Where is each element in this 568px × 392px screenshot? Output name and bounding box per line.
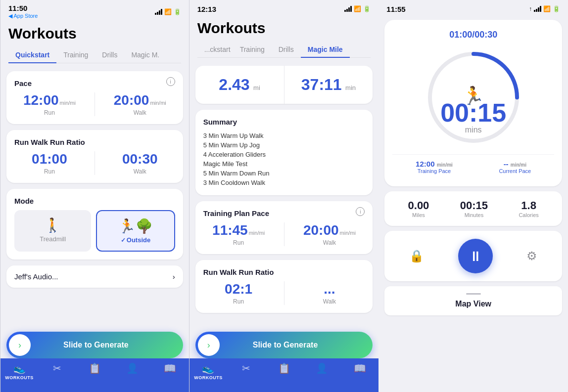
tab-drills-2[interactable]: Drills bbox=[272, 42, 301, 57]
nav-item-4-2[interactable]: 👤 bbox=[303, 362, 341, 374]
nav-item-4-1[interactable]: 👤 bbox=[113, 362, 151, 374]
status-time-2: 12:13 bbox=[197, 5, 216, 13]
timer-header: 01:00/00:30 bbox=[449, 30, 497, 40]
tab-quickstart[interactable]: Quickstart bbox=[8, 47, 56, 63]
slide-generate-btn-1[interactable]: › Slide to Generate bbox=[6, 332, 183, 358]
lock-icon[interactable]: 🔒 bbox=[409, 249, 424, 263]
map-view-bar[interactable]: Map View bbox=[384, 286, 562, 315]
summary-item-6: 3 Min Cooldown Walk bbox=[203, 178, 365, 187]
training-pace-value: 12:00 min/mi bbox=[416, 160, 453, 168]
stat-minutes-value: 00:15 bbox=[460, 199, 488, 212]
mode-options: 🚶 Treadmill 🏃🌳 ✓Outside bbox=[14, 210, 175, 252]
tp-run-label: Run bbox=[203, 239, 274, 246]
signal-icon-2 bbox=[344, 6, 352, 12]
nav-item-3-1[interactable]: 📋 bbox=[76, 362, 113, 374]
nav-item-5-2[interactable]: 📖 bbox=[341, 362, 379, 374]
stat-miles: 0.00 Miles bbox=[408, 199, 429, 218]
nav-book-icon-2: 📖 bbox=[354, 362, 366, 374]
stat-calories-label: Calories bbox=[519, 212, 538, 218]
nav-book-icon-1: 📖 bbox=[164, 362, 176, 374]
pause-icon: ⏸ bbox=[469, 248, 482, 264]
magic-time-value: 37:11 bbox=[301, 76, 342, 93]
slide-generate-btn-2[interactable]: › Slide to Generate bbox=[195, 332, 373, 358]
nav-item-2-2[interactable]: ✂ bbox=[227, 362, 265, 374]
magic-time: 37:11 min bbox=[284, 66, 373, 104]
pace-values: 12:00 min/mi Run 20:00 min/mi Walk bbox=[14, 92, 175, 116]
current-pace-unit: min/mi bbox=[511, 162, 526, 168]
stat-minutes: 00:15 Minutes bbox=[460, 199, 488, 218]
signal-icon-3 bbox=[534, 6, 541, 12]
phone-2: 12:13 📶 🔋 Workouts ...ckstart Training D… bbox=[189, 0, 379, 392]
ratio-card-1: Run Walk Run Ratio 01:00 Run 00:30 Walk bbox=[6, 130, 183, 183]
stat-calories: 1.8 Calories bbox=[519, 199, 538, 218]
nav-person-icon-1: 👤 bbox=[126, 362, 139, 374]
nav-item-5-1[interactable]: 📖 bbox=[151, 362, 189, 374]
nav-person-icon-2: 👤 bbox=[316, 362, 328, 374]
slide-label-1: Slide to Generate bbox=[31, 341, 161, 349]
training-pace-unit: min/mi bbox=[437, 162, 453, 168]
nav-workouts-label-2: WORKOUTS bbox=[194, 375, 223, 380]
pace-divider bbox=[95, 92, 95, 116]
mode-check: ✓ bbox=[121, 237, 126, 244]
nav-workouts-icon-2: 👟 bbox=[202, 362, 214, 374]
summary-title: Summary bbox=[203, 118, 365, 126]
magic-distance: 2.43 mi bbox=[195, 66, 284, 104]
tab-training-2[interactable]: Training bbox=[233, 42, 272, 57]
stat-miles-value: 0.00 bbox=[408, 199, 429, 212]
pace-title: Pace bbox=[14, 79, 175, 87]
ratio-divider-2 bbox=[284, 281, 284, 305]
status-time-1: 11:50 bbox=[8, 4, 38, 12]
tp-walk-group: 20:00 min/mi Walk bbox=[294, 222, 365, 246]
slide-label-2: Slide to Generate bbox=[220, 341, 351, 349]
tp-run-value: 11:45 min/mi bbox=[203, 222, 274, 238]
tab-magic-mile[interactable]: Magic Mile bbox=[301, 42, 350, 57]
tab-ckstart[interactable]: ...ckstart bbox=[197, 42, 233, 57]
status-icons-3: ↑ 📶 🔋 bbox=[529, 5, 560, 12]
tp-divider bbox=[284, 222, 284, 246]
ratio-run-value-1: 01:00 bbox=[14, 151, 85, 167]
nav-workouts-2[interactable]: 👟 WORKOUTS bbox=[189, 362, 228, 380]
nav-item-3-2[interactable]: 📋 bbox=[265, 362, 303, 374]
pace-walk-value: 20:00 min/mi bbox=[105, 92, 175, 108]
tab-training-1[interactable]: Training bbox=[56, 47, 95, 63]
status-bar-2: 12:13 📶 🔋 bbox=[189, 0, 379, 16]
nav-clipboard-icon-1: 📋 bbox=[89, 362, 101, 374]
tabs-2: ...ckstart Training Drills Magic Mile bbox=[197, 42, 371, 58]
audio-card[interactable]: Jeff's Audio... › bbox=[6, 265, 183, 288]
settings-icon[interactable]: ⚙ bbox=[526, 249, 537, 263]
slide-circle-2: › bbox=[198, 334, 220, 356]
mode-outside[interactable]: 🏃🌳 ✓Outside bbox=[96, 210, 175, 252]
map-view-label: Map View bbox=[391, 300, 555, 308]
magic-time-unit: min bbox=[345, 84, 356, 91]
tp-walk-unit: min/mi bbox=[340, 230, 356, 236]
pace-run-group: 12:00 min/mi Run bbox=[14, 92, 85, 116]
stat-miles-label: Miles bbox=[408, 212, 429, 218]
ratio-card-2: Run Walk Run Ratio 02:1 Run ... Walk bbox=[195, 260, 373, 313]
ratio-values-1: 01:00 Run 00:30 Walk bbox=[14, 151, 175, 175]
pause-button[interactable]: ⏸ bbox=[458, 239, 493, 273]
training-pace-item: 12:00 min/mi Training Pace bbox=[416, 160, 453, 174]
tab-magic-1[interactable]: Magic M... bbox=[124, 47, 159, 63]
app-store-link[interactable]: ◀ App Store bbox=[8, 13, 38, 19]
tab-drills-1[interactable]: Drills bbox=[95, 47, 124, 63]
mode-title: Mode bbox=[14, 197, 175, 205]
ratio-run-label-1: Run bbox=[14, 168, 85, 175]
stat-calories-value: 1.8 bbox=[519, 199, 538, 212]
ratio-walk-value-1: 00:30 bbox=[105, 151, 175, 167]
controls-card: 🔒 ⏸ ⚙ bbox=[384, 231, 562, 281]
tabs-1: Quickstart Training Drills Magic M... bbox=[8, 47, 181, 63]
pace-info-icon[interactable]: i bbox=[166, 77, 175, 86]
audio-label: Jeff's Audio... bbox=[14, 272, 58, 281]
phone-1: 11:50 ◀ App Store 📶 🔋 Workouts Quickstar… bbox=[0, 0, 189, 392]
signal-icon-1 bbox=[155, 9, 162, 15]
page-title-1: Workouts bbox=[8, 25, 181, 42]
nav-workouts-1[interactable]: 👟 WORKOUTS bbox=[0, 362, 38, 380]
training-pace-card: i Training Plan Pace 11:45 min/mi Run 20… bbox=[195, 201, 373, 254]
magic-stats-card: 2.43 mi 37:11 min bbox=[195, 66, 373, 104]
mode-card: Mode 🚶 Treadmill 🏃🌳 ✓Outside bbox=[6, 189, 183, 260]
timer-card: 01:00/00:30 🏃 00:15 mins 12:00 min/mi Tr… bbox=[384, 20, 562, 186]
ratio-title-1: Run Walk Run Ratio bbox=[14, 138, 175, 146]
mode-treadmill[interactable]: 🚶 Treadmill bbox=[14, 210, 91, 252]
nav-item-2-1[interactable]: ✂ bbox=[38, 362, 76, 374]
ratio-values-2: 02:1 Run ... Walk bbox=[203, 281, 365, 305]
